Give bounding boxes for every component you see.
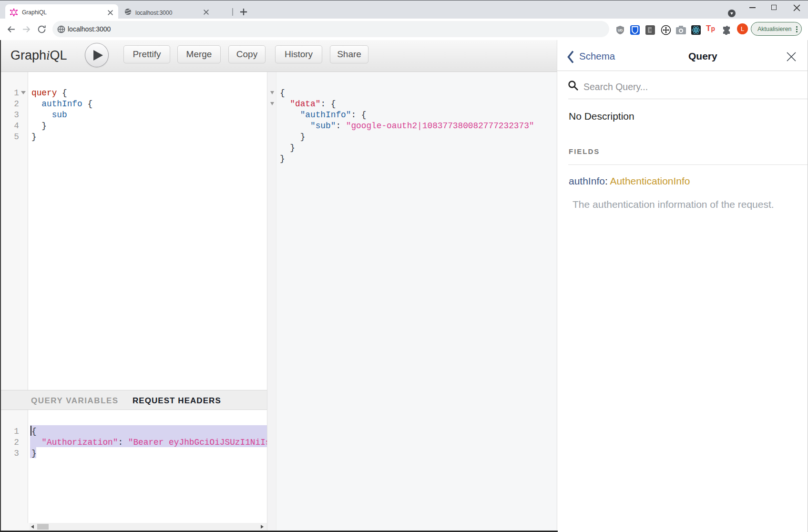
svg-text:UD: UD [618,29,623,32]
